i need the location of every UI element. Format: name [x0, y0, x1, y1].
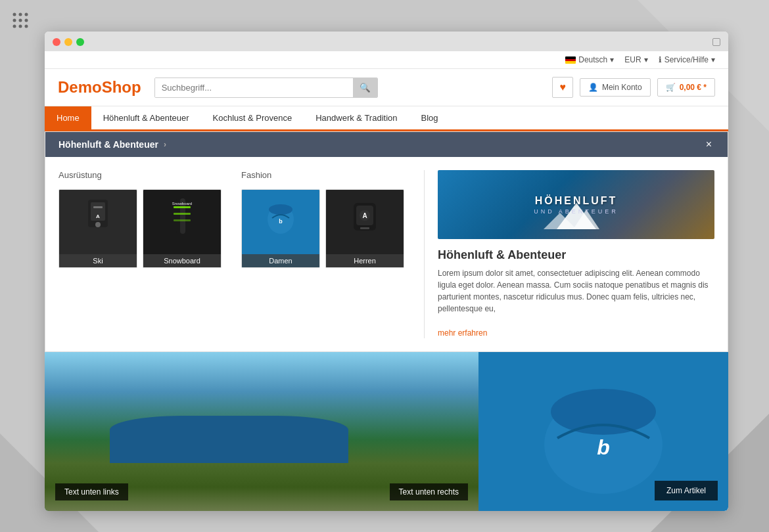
account-button[interactable]: 👤 Mein Konto — [580, 78, 651, 97]
below-fold: Text unten links Text unten rechts b Zum… — [45, 352, 728, 511]
svg-point-0 — [13, 13, 16, 16]
svg-text:A: A — [362, 212, 367, 219]
slide-text-right: Text unten rechts — [390, 483, 468, 500]
search-icon: 🔍 — [360, 83, 371, 93]
promo-panel: HÖHENLUFT UND ABENTEUER Höhenluft & Aben… — [424, 170, 714, 338]
mega-menu-body: Ausrüstung A — [45, 157, 728, 351]
currency-selector[interactable]: EUR ▾ — [624, 55, 647, 64]
maximize-window-button[interactable] — [76, 38, 84, 46]
fashion-column: Fashion b — [241, 170, 404, 338]
svg-point-6 — [13, 25, 16, 28]
slide-right: b Zum Artikel — [478, 352, 728, 511]
ski-product-image: A — [59, 190, 137, 242]
language-label: Deutsch — [578, 55, 607, 64]
svg-text:Snowboard: Snowboard — [172, 202, 192, 206]
svg-point-1 — [19, 13, 22, 16]
herren-product-label: Herren — [326, 254, 404, 267]
promo-banner[interactable]: HÖHENLUFT UND ABENTEUER — [438, 170, 714, 239]
damen-product-image: b — [242, 190, 319, 242]
promo-banner-title: HÖHENLUFT — [534, 195, 618, 207]
service-label: Service/Hilfe — [664, 55, 709, 64]
svg-rect-17 — [174, 213, 191, 215]
flag-icon — [565, 56, 576, 64]
svg-point-4 — [19, 19, 22, 22]
language-chevron-icon: ▾ — [610, 55, 614, 64]
main-nav: Home Höhenluft & Abenteuer Kochlust & Pr… — [45, 106, 728, 131]
cart-button[interactable]: 🛒 0,00 € * — [657, 78, 715, 97]
mega-menu-breadcrumb: Höhenluft & Abenteuer › — [58, 139, 166, 150]
svg-point-8 — [25, 25, 28, 28]
service-icon: ℹ — [659, 55, 662, 64]
svg-point-5 — [25, 19, 28, 22]
grid-dots-icon — [12, 12, 29, 32]
search-bar: 🔍 — [154, 78, 378, 98]
mega-menu-close-button[interactable]: × — [703, 139, 714, 150]
cart-icon: 🛒 — [666, 83, 676, 92]
ausrustung-grid: A Ski — [58, 189, 221, 268]
svg-point-3 — [13, 19, 16, 22]
promo-banner-sub: UND ABENTEUER — [534, 208, 618, 215]
snowboard-product-label: Snowboard — [143, 254, 221, 267]
minimize-window-button[interactable] — [64, 38, 72, 46]
svg-rect-28 — [360, 227, 369, 229]
snowboard-product-image: Snowboard — [143, 190, 221, 242]
logo-shop: Shop — [102, 78, 141, 96]
browser-resize-icon — [712, 38, 720, 46]
search-input[interactable] — [155, 78, 353, 97]
svg-text:b: b — [597, 435, 610, 459]
user-icon: 👤 — [588, 83, 598, 92]
svg-text:b: b — [279, 218, 283, 225]
zum-artikel-button[interactable]: Zum Artikel — [655, 481, 718, 500]
browser-buttons — [53, 38, 720, 46]
mega-menu: Höhenluft & Abenteuer › × Ausrüstung — [45, 131, 728, 352]
mega-menu-header: Höhenluft & Abenteuer › × — [45, 132, 728, 157]
slide-text-left: Text unten links — [55, 483, 128, 500]
fashion-title: Fashion — [241, 170, 404, 180]
svg-rect-12 — [93, 206, 103, 208]
language-selector[interactable]: Deutsch ▾ — [565, 55, 614, 64]
damen-product-card[interactable]: b Damen — [241, 189, 320, 268]
promo-more-link[interactable]: mehr erfahren — [438, 328, 487, 338]
svg-point-11 — [95, 222, 101, 227]
browser-window: Deutsch ▾ EUR ▾ ℹ Service/Hilfe ▾ DemoSh… — [45, 32, 728, 511]
currency-chevron-icon: ▾ — [644, 55, 648, 64]
svg-point-34 — [551, 389, 656, 435]
ski-product-card[interactable]: A Ski — [58, 189, 137, 268]
account-label: Mein Konto — [602, 83, 642, 92]
shop-header: DemoShop 🔍 ♥ 👤 Mein Konto 🛒 0,00 € * — [45, 69, 728, 106]
fashion-grid: b Damen — [241, 189, 404, 268]
close-window-button[interactable] — [53, 38, 60, 46]
svg-rect-18 — [174, 219, 191, 221]
top-bar: Deutsch ▾ EUR ▾ ℹ Service/Hilfe ▾ — [45, 51, 728, 69]
promo-description: Lorem ipsum dolor sit amet, consectetuer… — [438, 267, 714, 315]
landscape-water — [110, 416, 348, 464]
nav-item-home[interactable]: Home — [45, 106, 91, 129]
service-link[interactable]: ℹ Service/Hilfe ▾ — [659, 55, 715, 64]
ausrustung-title: Ausrüstung — [58, 170, 221, 180]
breadcrumb-chevron-icon: › — [164, 140, 166, 149]
breadcrumb-label: Höhenluft & Abenteuer — [58, 139, 158, 150]
snowboard-product-card[interactable]: Snowboard Snowboard — [143, 189, 221, 268]
herren-product-card[interactable]: A Herren — [325, 189, 404, 268]
wishlist-button[interactable]: ♥ — [552, 77, 573, 98]
ski-product-label: Ski — [59, 254, 137, 267]
shop-content: Deutsch ▾ EUR ▾ ℹ Service/Hilfe ▾ DemoSh… — [45, 51, 728, 511]
currency-label: EUR — [624, 55, 641, 64]
nav-item-hoehenluft[interactable]: Höhenluft & Abenteuer — [91, 106, 201, 129]
logo-demo: Demo — [58, 78, 102, 96]
nav-item-blog[interactable]: Blog — [409, 106, 450, 129]
logo[interactable]: DemoShop — [58, 78, 141, 97]
herren-product-image: A — [326, 190, 404, 242]
cart-price: 0,00 € * — [680, 83, 707, 92]
svg-point-2 — [25, 13, 28, 16]
nav-item-handwerk[interactable]: Handwerk & Tradition — [304, 106, 409, 129]
ausrustung-column: Ausrüstung A — [58, 170, 221, 338]
svg-point-7 — [19, 25, 22, 28]
service-chevron-icon: ▾ — [711, 55, 715, 64]
nav-item-kochlust[interactable]: Kochlust & Provence — [201, 106, 304, 129]
promo-title: Höhenluft & Abenteuer — [438, 248, 714, 262]
slide-left: Text unten links Text unten rechts — [45, 352, 478, 511]
svg-text:A: A — [96, 213, 100, 219]
search-button[interactable]: 🔍 — [353, 78, 377, 97]
svg-point-22 — [269, 204, 292, 215]
